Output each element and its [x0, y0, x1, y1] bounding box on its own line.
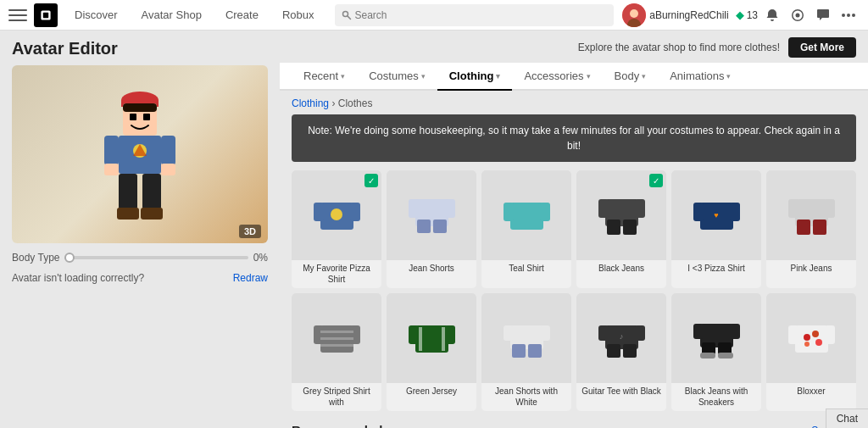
- svg-point-5: [630, 9, 638, 18]
- item-label: Black Jeans: [576, 260, 666, 277]
- item-image: ♪: [576, 293, 666, 383]
- svg-point-85: [804, 334, 810, 341]
- item-label: Jean Shorts with White: [481, 383, 571, 411]
- svg-rect-55: [350, 325, 360, 344]
- item-card[interactable]: Green Jersey: [387, 293, 476, 411]
- body-type-label: Body Type: [12, 252, 59, 264]
- item-image: [766, 170, 856, 260]
- svg-rect-23: [119, 174, 137, 209]
- item-label: Jean Shorts: [387, 260, 476, 277]
- tab-accessories[interactable]: Accessories ▾: [512, 63, 602, 91]
- svg-rect-67: [512, 344, 526, 358]
- breadcrumb-parent[interactable]: Clothing: [292, 97, 329, 109]
- svg-rect-41: [635, 199, 645, 218]
- item-image: [387, 293, 476, 383]
- promo-text: Explore the avatar shop to find more clo…: [578, 42, 780, 53]
- more-settings-button[interactable]: [837, 4, 860, 26]
- discover-link[interactable]: Discover: [63, 0, 130, 31]
- tab-animations[interactable]: Animations ▾: [658, 63, 743, 91]
- avatar-preview: 3D: [12, 65, 268, 243]
- robux-link[interactable]: Robux: [270, 0, 326, 31]
- hamburger-menu[interactable]: [8, 6, 27, 25]
- item-card[interactable]: Bloxxer: [766, 293, 856, 411]
- item-card[interactable]: Pink Jeans: [766, 170, 856, 288]
- svg-rect-79: [718, 342, 732, 354]
- svg-rect-46: [730, 203, 740, 221]
- breadcrumb-current: Clothes: [338, 97, 373, 109]
- item-card[interactable]: ✓ My Favorite Pizza Shirt: [292, 170, 381, 288]
- svg-rect-22: [161, 164, 175, 175]
- create-link[interactable]: Create: [214, 0, 270, 31]
- item-card[interactable]: Grey Striped Shirt with: [292, 293, 381, 411]
- svg-rect-37: [504, 203, 514, 221]
- chat-icon-button[interactable]: [812, 4, 834, 26]
- avatar-3d-badge: 3D: [239, 225, 261, 238]
- recommended-header: Recommended See All →: [292, 423, 856, 428]
- clothing-svg: [314, 315, 360, 362]
- clothing-svg: [598, 192, 645, 239]
- item-label: My Favorite Pizza Shirt: [292, 260, 381, 288]
- svg-rect-60: [409, 325, 419, 344]
- tab-costumes[interactable]: Costumes ▾: [357, 63, 437, 91]
- username-label: aBurningRedChili: [649, 9, 728, 21]
- item-card[interactable]: Jean Shorts with White: [481, 293, 571, 411]
- svg-rect-35: [433, 220, 447, 233]
- svg-rect-68: [528, 344, 542, 358]
- item-card[interactable]: ♥ I <3 Pizza Shirt: [671, 170, 761, 288]
- svg-rect-70: [598, 325, 609, 341]
- svg-rect-54: [314, 325, 324, 344]
- svg-rect-29: [350, 203, 360, 221]
- body-type-row: Body Type 0%: [12, 252, 268, 264]
- item-card[interactable]: Black Jeans with Sneakers: [671, 293, 761, 411]
- accessories-chevron: ▾: [587, 72, 591, 81]
- svg-rect-78: [702, 342, 715, 354]
- chat-button[interactable]: Chat: [826, 409, 868, 428]
- robux-balance: ◆ 13: [736, 8, 758, 21]
- clothing-svg: ♥: [693, 192, 740, 239]
- svg-rect-61: [445, 325, 455, 344]
- nav-links: Discover Avatar Shop Create Robux: [63, 0, 326, 31]
- item-card[interactable]: ✓ Black Jeans: [576, 170, 666, 288]
- slider-thumb[interactable]: [64, 253, 75, 263]
- svg-rect-42: [607, 220, 620, 235]
- svg-rect-82: [795, 325, 828, 353]
- clothing-svg: [788, 192, 835, 239]
- clothing-svg: [788, 315, 835, 362]
- settings-button[interactable]: [787, 4, 809, 26]
- item-label: Bloxxer: [766, 383, 856, 400]
- tab-body[interactable]: Body ▾: [603, 63, 659, 91]
- item-card[interactable]: Jean Shorts: [387, 170, 476, 288]
- robux-icon: ◆: [736, 8, 744, 21]
- notifications-button[interactable]: [761, 4, 783, 26]
- tab-recent[interactable]: Recent ▾: [292, 63, 357, 91]
- get-more-button[interactable]: Get More: [788, 37, 856, 58]
- svg-point-10: [852, 14, 855, 17]
- svg-rect-57: [320, 337, 353, 340]
- redraw-link[interactable]: Redraw: [233, 272, 268, 284]
- item-image: [671, 293, 761, 383]
- svg-rect-21: [104, 164, 119, 175]
- item-image: [766, 293, 856, 383]
- svg-rect-26: [141, 208, 163, 220]
- clothing-svg: ♪: [598, 315, 645, 362]
- left-panel: Avatar Editor: [0, 31, 280, 428]
- item-image: [481, 293, 571, 383]
- body-type-slider[interactable]: [64, 256, 248, 259]
- svg-rect-16: [123, 103, 157, 112]
- content-area: Clothing › Clothes Note: We're doing som…: [280, 91, 868, 428]
- clothing-svg: [504, 315, 550, 362]
- clothing-svg: [504, 192, 550, 239]
- svg-rect-50: [825, 199, 835, 218]
- svg-point-88: [804, 342, 810, 347]
- animations-chevron: ▾: [726, 72, 731, 81]
- search-bar[interactable]: [335, 4, 615, 26]
- avatar-shop-link[interactable]: Avatar Shop: [130, 0, 214, 31]
- item-image: ✓: [292, 170, 381, 260]
- avatar-figure: [89, 76, 191, 233]
- svg-rect-81: [718, 353, 733, 359]
- item-card[interactable]: Teal Shirt: [481, 170, 571, 288]
- search-input[interactable]: [355, 9, 608, 21]
- svg-rect-32: [409, 199, 419, 218]
- item-card[interactable]: ♪ Guitar Tee with Black: [576, 293, 666, 411]
- tab-clothing[interactable]: Clothing ▾: [437, 63, 513, 91]
